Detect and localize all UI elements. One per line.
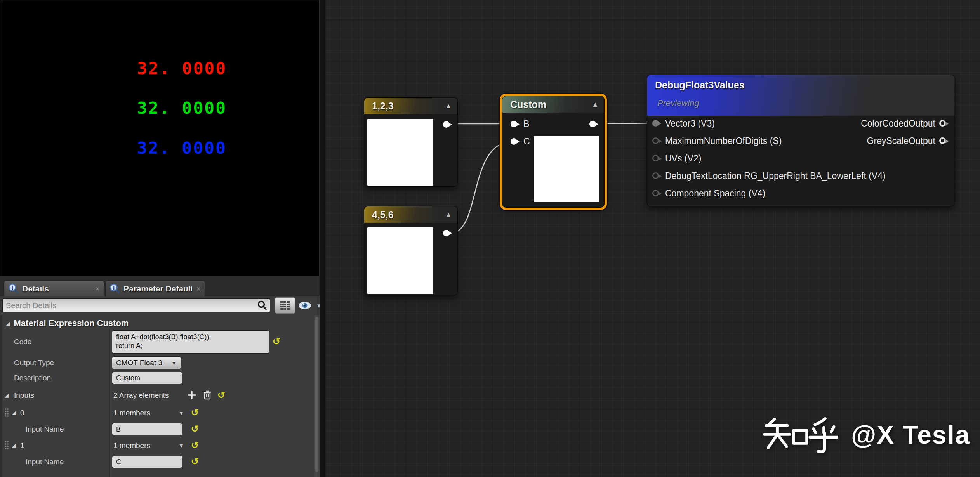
description-field[interactable]: Custom (112, 372, 182, 384)
node-title: DebugFloat3Values (655, 80, 745, 91)
input-name-b-value: B (116, 425, 121, 434)
zhihu-logo-icon (762, 416, 838, 453)
material-editor-window: 32. 0000 32. 0000 32. 0000 Details × Par… (0, 0, 980, 477)
input-pin-c-label: C (523, 136, 530, 147)
code-field[interactable]: float A=dot(float3(B),float3(C)); return… (112, 330, 269, 354)
watermark-handle: @X Tesla (851, 420, 970, 449)
inputs-expand-icon[interactable]: ◢ (5, 392, 9, 398)
reset-input-b-button[interactable]: ↺ (191, 424, 199, 434)
element0-members: 1 members (113, 409, 150, 417)
input-pin-b-label: B (523, 119, 529, 129)
input-name-b-field[interactable]: B (112, 423, 182, 435)
output-pin-greyscale[interactable] (939, 137, 946, 144)
input-name-label: Input Name (26, 425, 64, 434)
output-pin-colorcoded[interactable] (939, 120, 946, 127)
preview-viewport[interactable]: 32. 0000 32. 0000 32. 0000 (0, 0, 320, 277)
material-graph-canvas[interactable]: 1,2,3 ▲ 4,5,6 ▲ Custom ▲ B C (325, 0, 980, 477)
reset-element0-button[interactable]: ↺ (191, 408, 199, 417)
tab-details[interactable]: Details × (4, 281, 104, 296)
code-label: Code (14, 338, 31, 346)
output-type-dropdown[interactable]: CMOT Float 3 ▼ (112, 356, 181, 369)
close-icon[interactable]: × (196, 285, 201, 293)
element0-expand-icon[interactable]: ◢ (12, 409, 16, 415)
node-header[interactable]: 1,2,3 ▲ (364, 98, 457, 114)
element1-expand-icon[interactable]: ◢ (12, 442, 16, 448)
section-expand-icon[interactable]: ◢ (5, 321, 10, 326)
info-lens-icon (8, 284, 18, 294)
node-constant-123[interactable]: 1,2,3 ▲ (364, 97, 458, 187)
output-pin-greyscale-label: GreyScaleOutput (867, 136, 935, 146)
debug-value-green: 32. 0000 (137, 98, 227, 118)
input-pin-debug-text-location-label: DebugTextLocation RG_UpperRight BA_Lower… (665, 171, 886, 181)
input-pin-max-digits[interactable] (652, 137, 659, 144)
description-value: Custom (116, 374, 140, 382)
search-input[interactable] (3, 301, 257, 310)
node-header[interactable]: 4,5,6 ▲ (364, 206, 457, 223)
search-box (2, 298, 270, 312)
tab-label: Parameter Defaults (123, 284, 192, 293)
drag-handle[interactable] (5, 408, 9, 417)
chevron-down-icon[interactable]: ▼ (179, 442, 184, 449)
chevron-down-icon: ▼ (171, 360, 177, 366)
inputs-label: Inputs (14, 391, 34, 400)
collapse-icon[interactable]: ▲ (445, 211, 452, 219)
details-toolbar: ▼ (0, 296, 320, 315)
node-preview-image (367, 227, 433, 294)
details-scroll-handle[interactable] (315, 317, 318, 472)
input-pin-debug-text-location[interactable] (652, 172, 659, 179)
input-pin-component-spacing[interactable] (652, 190, 659, 196)
details-tab-bar: Details × Parameter Defaults × (0, 277, 320, 296)
node-header[interactable]: Custom ▲ (502, 96, 604, 113)
debug-value-blue: 32. 0000 (137, 138, 227, 158)
node-debug-float3-values[interactable]: DebugFloat3Values Previewing Vector3 (V3… (647, 75, 954, 206)
panel-divider[interactable] (320, 0, 325, 477)
input-pin-max-digits-label: MaximumNumberOfDigits (S) (665, 136, 782, 146)
grid-icon (279, 300, 291, 311)
output-type-label: Output Type (14, 359, 54, 367)
element1-index: 1 (20, 441, 24, 450)
search-icon (257, 300, 268, 311)
output-pin[interactable] (443, 230, 450, 236)
code-line-1: float A=dot(float3(B),float3(C)); (116, 333, 265, 342)
input-name-c-field[interactable]: C (112, 456, 182, 468)
reset-code-button[interactable]: ↺ (273, 337, 280, 346)
section-material-expression-custom[interactable]: ◢ Material Expression Custom (2, 317, 320, 330)
reset-inputs-button[interactable]: ↺ (217, 390, 225, 400)
chevron-down-icon[interactable]: ▼ (179, 410, 184, 416)
drag-handle[interactable] (5, 441, 9, 450)
code-line-2: return A; (116, 342, 265, 350)
input-pin-vector3[interactable] (652, 120, 659, 127)
add-element-icon[interactable] (187, 390, 196, 400)
description-label: Description (14, 374, 51, 382)
close-icon[interactable]: × (95, 285, 100, 293)
input-pin-b[interactable] (511, 121, 517, 127)
element0-index: 0 (20, 409, 24, 417)
debug-value-red: 32. 0000 (137, 59, 227, 78)
collapse-icon[interactable]: ▲ (592, 101, 599, 109)
node-constant-456[interactable]: 4,5,6 ▲ (364, 206, 458, 295)
zhihu-watermark: @X Tesla (762, 416, 970, 453)
input-name-c-value: C (116, 458, 121, 466)
input-pin-component-spacing-label: Component Spacing (V4) (665, 188, 765, 199)
input-pin-uvs[interactable] (652, 155, 659, 161)
trash-icon[interactable] (203, 390, 212, 400)
reset-input-c-button[interactable]: ↺ (191, 457, 199, 466)
property-matrix-button[interactable] (275, 297, 295, 314)
info-lens-icon (109, 284, 120, 294)
tab-parameter-defaults[interactable]: Parameter Defaults × (105, 281, 205, 296)
view-options-button[interactable]: ▼ (297, 299, 322, 312)
output-pin-colorcoded-label: ColorCodedOutput (861, 118, 935, 129)
property-column-divider[interactable] (109, 329, 110, 477)
input-pin-c[interactable] (511, 138, 517, 145)
output-pin[interactable] (589, 121, 596, 127)
reset-element1-button[interactable]: ↺ (191, 441, 199, 450)
node-title: Custom (510, 99, 546, 110)
input-pin-uvs-label: UVs (V2) (665, 153, 701, 164)
node-header[interactable]: DebugFloat3Values (647, 75, 954, 116)
node-title: 1,2,3 (372, 101, 394, 112)
output-pin[interactable] (443, 121, 450, 128)
input-name-label: Input Name (26, 458, 64, 466)
collapse-icon[interactable]: ▲ (445, 102, 452, 110)
node-custom[interactable]: Custom ▲ B C (502, 96, 605, 208)
output-type-value: CMOT Float 3 (116, 359, 162, 367)
